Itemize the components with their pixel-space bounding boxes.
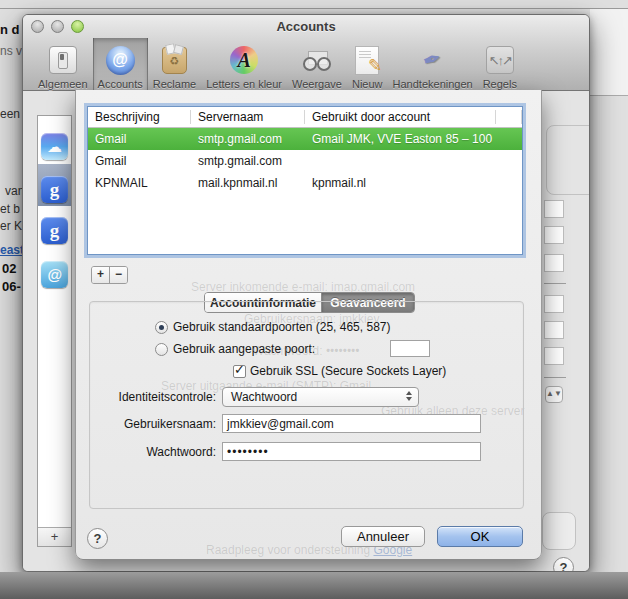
titlebar: Accounts Algemeen @ Accounts ♻ Reclame A…	[23, 15, 589, 91]
username-input[interactable]: jmkkiev@gmail.com	[222, 414, 481, 433]
cell-servernaam: mail.kpnmail.nl	[191, 176, 305, 190]
toolbar-label: Reclame	[153, 78, 196, 90]
toolbar-label: Handtekeningen	[393, 78, 473, 90]
table-row[interactable]: Gmail smtp.gmail.com Gmail JMK, VVE East…	[88, 128, 522, 150]
screen: n d ns v een van et b er K east 02 06- A…	[0, 0, 628, 599]
default-ports-label: Gebruik standaardpoorten (25, 465, 587)	[173, 320, 390, 334]
ssl-label: Gebruik SSL (Secure Sockets Layer)	[250, 364, 446, 378]
add-remove-server-control: + −	[91, 266, 128, 284]
tab-reclame[interactable]: ♻ Reclame	[148, 38, 201, 91]
tab-letters-en-kleur[interactable]: A Letters en kleur	[201, 38, 287, 91]
tab-regels[interactable]: ↖↑↗ Regels	[478, 38, 522, 91]
background-field-fragment	[544, 295, 564, 313]
auth-label: Identiteitscontrole:	[96, 390, 216, 404]
background-field-fragment	[544, 200, 564, 218]
background-field-fragment	[544, 254, 564, 272]
password-input[interactable]: ••••••••	[222, 442, 481, 461]
cell-beschrijving: Gmail	[88, 154, 191, 168]
switch-icon	[49, 44, 77, 76]
add-server-button[interactable]: +	[92, 267, 110, 283]
cancel-button[interactable]: Annuleer	[341, 526, 425, 547]
desktop-text-fragment: et b	[0, 202, 20, 216]
desktop-divider	[0, 8, 628, 9]
smtp-server-sheet: Server inkomende e-mail: imap.gmail.com …	[75, 90, 542, 560]
column-header-beschrijving[interactable]: Beschrijving	[88, 110, 191, 124]
tab-weergave[interactable]: Weergave	[287, 38, 347, 91]
window-title: Accounts	[23, 19, 589, 34]
tab-algemeen[interactable]: Algemeen	[33, 38, 93, 91]
desktop-text-fragment: er K	[0, 219, 22, 233]
auth-popup-button[interactable]: Wachtwoord	[222, 387, 419, 407]
background-groupbox-fragment	[546, 125, 590, 195]
column-header-gebruikt-door[interactable]: Gebruikt door account	[305, 110, 496, 124]
tab-handtekeningen[interactable]: ✒ Handtekeningen	[388, 38, 478, 91]
signature-pen-icon: ✒	[423, 44, 441, 76]
password-label: Wachtwoord:	[96, 445, 216, 459]
toolbar-label: Accounts	[98, 78, 143, 90]
toolbar-label: Regels	[483, 78, 517, 90]
custom-port-label: Gebruik aangepaste poort:	[173, 342, 315, 356]
background-field-fragment	[544, 347, 564, 365]
desktop-text-fragment: ns v	[0, 44, 22, 58]
cell-beschrijving: KPNMAIL	[88, 176, 191, 190]
fonts-colors-icon: A	[230, 44, 258, 76]
toolbar-label: Nieuw	[352, 78, 383, 90]
cell-servernaam: smtp.gmail.com	[191, 132, 305, 146]
desktop-text-fragment: 02	[2, 261, 16, 276]
smtp-server-table: Beschrijving Servernaam Gebruikt door ac…	[87, 106, 523, 255]
table-row[interactable]: Gmail smtp.gmail.com	[88, 150, 522, 172]
background-field-fragment	[544, 226, 564, 244]
preferences-toolbar: Algemeen @ Accounts ♻ Reclame A Letters …	[33, 38, 585, 91]
desktop-text-fragment: n d	[0, 22, 20, 37]
accounts-sidebar: ☁ g g @ +	[37, 115, 72, 547]
compose-icon: ✎	[355, 44, 379, 76]
rules-arrows-icon: ↖↑↗	[486, 44, 514, 76]
junk-bag-icon: ♻	[162, 44, 187, 76]
toolbar-label: Weergave	[292, 78, 342, 90]
tab-nieuw[interactable]: ✎ Nieuw	[347, 38, 388, 91]
sheet-help-button[interactable]: ?	[87, 528, 108, 549]
cell-beschrijving: Gmail	[88, 132, 191, 146]
table-row[interactable]: KPNMAIL mail.kpnmail.nl kpnmail.nl	[88, 172, 522, 194]
table-header: Beschrijving Servernaam Gebruikt door ac…	[88, 107, 522, 128]
background-window-body	[590, 96, 628, 572]
toolbar-label: Algemeen	[38, 78, 88, 90]
cell-servernaam: smtp.gmail.com	[191, 154, 305, 168]
desktop-bottom-strip	[0, 572, 628, 599]
remove-server-button[interactable]: −	[110, 267, 127, 283]
desktop-link-fragment[interactable]: east	[0, 243, 24, 257]
column-header-spacer	[496, 110, 522, 124]
pane-help-button[interactable]: ?	[553, 557, 574, 572]
default-ports-radio[interactable]	[155, 321, 168, 334]
custom-port-input[interactable]	[390, 340, 430, 357]
cell-gebruikt-door: Gmail JMK, VVE Easton 85 – 100	[305, 132, 496, 146]
google-account-icon[interactable]: g	[41, 217, 68, 244]
add-account-button[interactable]: +	[38, 527, 71, 546]
background-divider-fragment	[544, 377, 566, 378]
background-divider-fragment	[544, 283, 566, 284]
column-header-servernaam[interactable]: Servernaam	[191, 110, 305, 124]
ssl-checkbox[interactable]	[233, 365, 246, 378]
icloud-account-icon[interactable]: ☁	[41, 133, 68, 160]
cell-gebruikt-door: kpnmail.nl	[305, 176, 496, 190]
auth-popup-value: Wachtwoord	[231, 390, 297, 404]
ok-button[interactable]: OK	[437, 526, 523, 547]
custom-port-radio[interactable]	[155, 343, 168, 356]
google-account-icon[interactable]: g	[41, 176, 68, 203]
background-inset-fragment	[542, 512, 576, 550]
desktop-text-fragment: 06-	[2, 279, 21, 294]
popup-stepper-icon	[406, 391, 412, 401]
glasses-icon	[302, 44, 332, 76]
desktop-text-fragment: een	[0, 107, 20, 121]
toolbar-label: Letters en kleur	[206, 78, 282, 90]
at-sphere-icon: @	[106, 44, 135, 76]
email-account-icon[interactable]: @	[41, 261, 68, 288]
username-label: Gebruikersnaam:	[96, 417, 216, 431]
background-field-fragment	[544, 321, 564, 339]
background-stepper-fragment: ▲▼	[545, 386, 563, 403]
tab-accounts[interactable]: @ Accounts	[93, 38, 148, 91]
